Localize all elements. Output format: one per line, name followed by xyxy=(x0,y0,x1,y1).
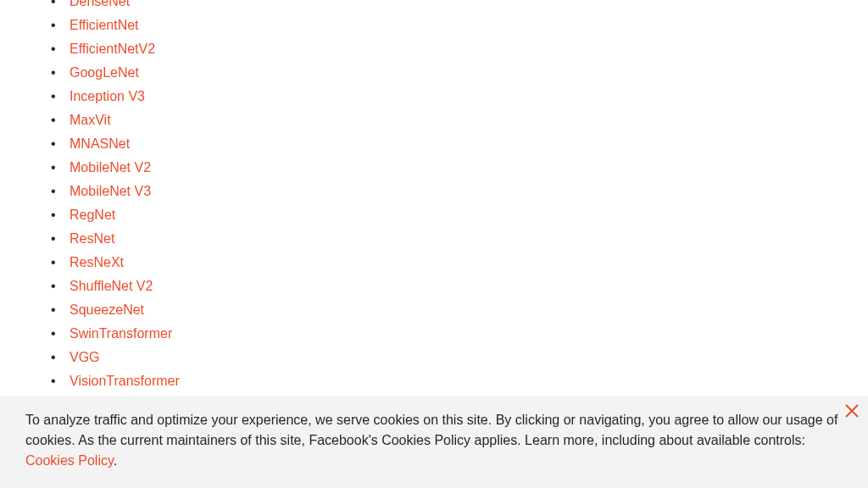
model-link-mobilenetv2[interactable]: MobileNet V2 xyxy=(70,160,151,175)
list-item: ShuffleNet V2 xyxy=(36,274,868,298)
model-list: DenseNet EfficientNet EfficientNetV2 Goo… xyxy=(36,0,868,417)
model-link-visiontransformer[interactable]: VisionTransformer xyxy=(70,374,180,388)
list-item: ResNeXt xyxy=(36,251,868,274)
model-link-mnasnet[interactable]: MNASNet xyxy=(70,136,130,151)
list-item: MaxVit xyxy=(36,108,868,132)
model-link-inceptionv3[interactable]: Inception V3 xyxy=(70,89,145,103)
cookie-message: To analyze traffic and optimize your exp… xyxy=(25,413,837,447)
list-item: MobileNet V3 xyxy=(36,180,868,203)
cookies-policy-link[interactable]: Cookies Policy xyxy=(25,453,114,468)
cookie-period: . xyxy=(114,453,117,468)
list-item: ResNet xyxy=(36,227,868,251)
close-icon[interactable] xyxy=(844,403,860,424)
model-link-regnet[interactable]: RegNet xyxy=(70,208,115,222)
list-item: VGG xyxy=(36,346,868,369)
list-item: VisionTransformer xyxy=(36,369,868,393)
main-content: DenseNet EfficientNet EfficientNetV2 Goo… xyxy=(0,0,868,417)
model-link-efficientnetv2[interactable]: EfficientNetV2 xyxy=(70,42,155,56)
list-item: EfficientNet xyxy=(36,14,868,37)
model-link-densenet[interactable]: DenseNet xyxy=(70,0,130,8)
model-link-resnext[interactable]: ResNeXt xyxy=(70,255,124,269)
list-item: Inception V3 xyxy=(36,85,868,108)
model-link-efficientnet[interactable]: EfficientNet xyxy=(70,18,139,32)
cookie-text: To analyze traffic and optimize your exp… xyxy=(25,410,839,471)
list-item: SqueezeNet xyxy=(36,298,868,322)
model-link-squeezenet[interactable]: SqueezeNet xyxy=(70,302,144,317)
list-item: EfficientNetV2 xyxy=(36,37,868,61)
list-item: DenseNet xyxy=(36,0,868,14)
model-link-shufflenetv2[interactable]: ShuffleNet V2 xyxy=(70,279,153,293)
model-link-googlenet[interactable]: GoogLeNet xyxy=(70,65,139,80)
model-link-vgg[interactable]: VGG xyxy=(70,350,100,364)
list-item: RegNet xyxy=(36,203,868,227)
model-link-mobilenetv3[interactable]: MobileNet V3 xyxy=(70,184,151,198)
list-item: GoogLeNet xyxy=(36,61,868,85)
model-link-resnet[interactable]: ResNet xyxy=(70,231,114,246)
list-item: MNASNet xyxy=(36,132,868,156)
cookie-banner: To analyze traffic and optimize your exp… xyxy=(0,396,868,488)
model-link-maxvit[interactable]: MaxVit xyxy=(70,113,111,127)
list-item: SwinTransformer xyxy=(36,322,868,346)
list-item: MobileNet V2 xyxy=(36,156,868,180)
model-link-swintransformer[interactable]: SwinTransformer xyxy=(70,326,172,341)
